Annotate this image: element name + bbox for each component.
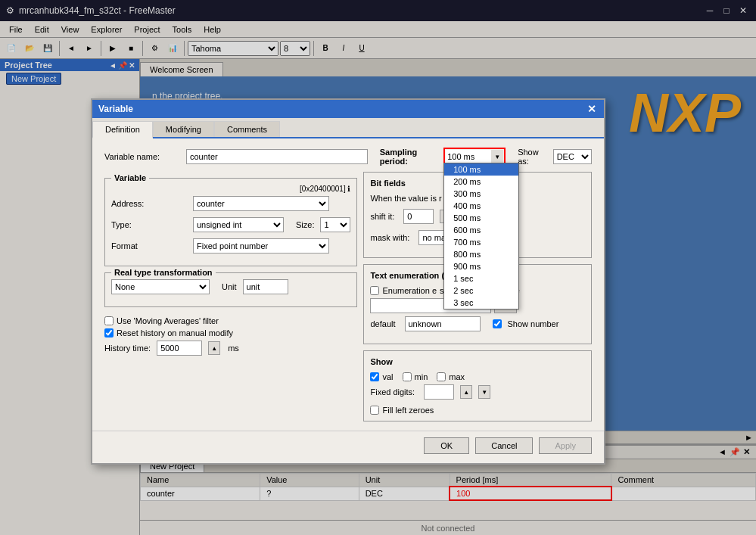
modal-overlay: Variable ✕ Definition Modifying Comments… [0,0,756,535]
history-time-unit: ms [228,344,239,353]
dropdown-item-900ms[interactable]: 900 ms [444,260,518,272]
history-time-label: History time: [104,344,151,353]
variable-dialog: Variable ✕ Definition Modifying Comments… [91,98,605,465]
cancel-button[interactable]: Cancel [475,437,533,454]
dropdown-item-400ms[interactable]: 400 ms [444,200,518,212]
sampling-dropdown: 100 ms 200 ms 300 ms 400 ms 500 ms 600 m… [443,163,519,309]
address-badge-text: [0x20400001] [300,185,346,193]
fill-zeroes-label: Fill left zeroes [382,406,434,415]
address-select[interactable]: counter [193,196,329,211]
sampling-period-wrapper: ▼ 100 ms 200 ms 300 ms 400 ms 500 ms 600… [443,148,506,166]
address-row: Address: counter [111,196,350,211]
variable-group-box: Variable [0x20400001] ℹ Address: counter [104,178,357,266]
enum-checkbox[interactable] [370,286,379,295]
type-row: Type: unsigned int Size: 1 [111,217,350,232]
tab-comments[interactable]: Comments [214,121,280,137]
show-val-label: val [382,372,393,381]
real-type-title: Real type transformation [111,268,216,277]
show-panel: Show val min [363,350,592,421]
reset-history-row: Reset history on manual modify [104,328,357,337]
dropdown-item-200ms[interactable]: 200 ms [444,176,518,188]
size-select[interactable]: 1 [320,217,350,232]
unit-label: Unit [222,282,237,291]
history-time-up[interactable]: ▲ [208,341,220,355]
show-min-row: min [403,372,428,381]
show-max-checkbox[interactable] [437,372,446,381]
default-row: default Show number [370,316,585,331]
show-min-checkbox[interactable] [403,372,412,381]
size-label: Size: [296,220,314,229]
enum-label: Enumeration e [382,286,437,295]
reset-history-checkbox[interactable] [104,328,114,337]
reset-history-label: Reset history on manual modify [117,328,233,337]
dropdown-item-1sec[interactable]: 1 sec [444,272,518,285]
apply-button[interactable]: Apply [539,437,592,454]
moving-avg-label: Use 'Moving Averages' filter [117,316,219,325]
dropdown-item-3sec[interactable]: 3 sec [444,297,518,309]
dropdown-item-500ms[interactable]: 500 ms [444,212,518,224]
variable-group-title: Variable [111,173,149,182]
moving-avg-checkbox[interactable] [104,316,114,325]
shift-label: shift it: [370,212,394,221]
dropdown-item-300ms[interactable]: 300 ms [444,188,518,200]
dialog-title-bar: Variable ✕ [92,100,604,118]
address-label: Address: [111,199,187,208]
dropdown-item-100ms[interactable]: 100 ms [444,163,518,176]
dropdown-item-2sec[interactable]: 2 sec [444,285,518,297]
history-time-row: History time: ▲ ms [104,341,357,356]
tab-modifying[interactable]: Modifying [153,121,214,137]
variable-name-row: Variable name: Sampling period: ▼ 100 ms… [104,148,592,166]
fill-zeroes-row: Fill left zeroes [370,406,585,415]
dialog-left-col: Variable [0x20400001] ℹ Address: counter [104,172,357,421]
dialog-content: Variable name: Sampling period: ▼ 100 ms… [92,138,604,431]
show-number-label: Show number [508,319,559,328]
checkboxes-area: Use 'Moving Averages' filter Reset histo… [104,313,357,365]
show-min-label: min [415,372,428,381]
dropdown-item-700ms[interactable]: 700 ms [444,236,518,248]
show-as-label: Show as: [518,148,547,166]
fill-zeroes-checkbox[interactable] [370,406,379,415]
real-type-row: None Unit [111,279,350,294]
default-input[interactable] [405,316,481,331]
dialog-footer: OK Cancel Apply [92,431,604,463]
format-row: Format Fixed point number [111,238,350,254]
sampling-period-dropdown-btn[interactable]: ▼ [491,150,503,163]
show-max-label: max [449,372,465,381]
type-select[interactable]: unsigned int [193,217,284,232]
show-val-row: val [370,372,393,381]
show-number-checkbox[interactable] [493,319,502,328]
show-title: Show [370,357,585,366]
info-icon[interactable]: ℹ [347,185,350,193]
dialog-title: Variable [98,104,133,114]
show-as-select[interactable]: DEC [553,149,592,164]
fixed-digits-up[interactable]: ▲ [460,385,472,399]
format-select[interactable]: Fixed point number [193,238,329,254]
dropdown-item-800ms[interactable]: 800 ms [444,248,518,260]
sampling-period-label: Sampling period: [380,148,437,166]
real-type-select[interactable]: None [111,279,210,294]
shift-input[interactable] [403,209,434,224]
show-checkboxes: val min max [370,372,585,381]
sampling-period-input[interactable] [446,150,491,163]
show-max-row: max [437,372,465,381]
dropdown-item-600ms[interactable]: 600 ms [444,224,518,236]
dialog-close-button[interactable]: ✕ [586,103,598,115]
history-time-input[interactable] [157,341,202,356]
ok-button[interactable]: OK [424,437,469,454]
when-label: When the value is r [370,194,441,203]
tab-definition[interactable]: Definition [92,121,153,138]
fixed-digits-row: Fixed digits: ▲ ▼ [370,384,585,400]
unit-input[interactable] [243,279,288,294]
dialog-tabs: Definition Modifying Comments [92,118,604,138]
fixed-digits-down[interactable]: ▼ [478,385,490,399]
fixed-digits-input[interactable] [424,384,454,400]
variable-name-input[interactable] [186,149,368,164]
format-label: Format [111,241,187,250]
show-val-checkbox[interactable] [370,372,379,381]
address-badge: [0x20400001] ℹ [111,185,350,193]
default-label: default [370,319,395,328]
type-label: Type: [111,220,187,229]
variable-name-label: Variable name: [104,152,180,161]
real-type-group: Real type transformation None Unit [104,272,357,307]
mask-label: mask with: [370,233,409,242]
